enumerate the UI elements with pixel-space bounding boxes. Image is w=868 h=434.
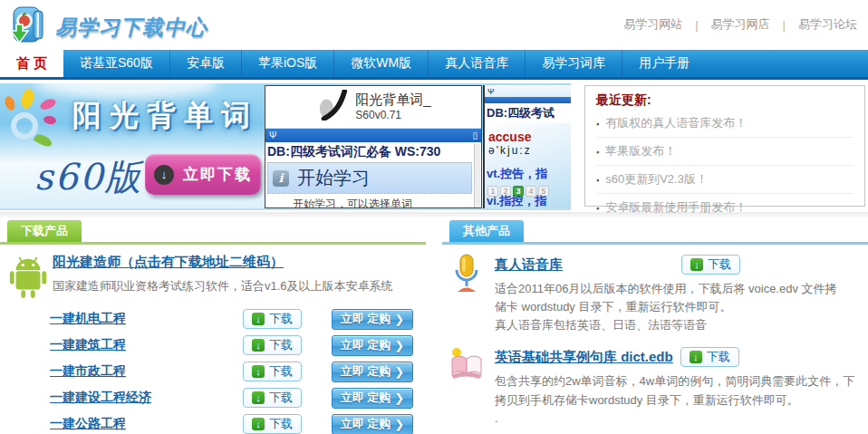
phone2-phonetic: ə'kju:z (485, 144, 571, 157)
info-icon: i (273, 170, 289, 187)
download-row-link[interactable]: 一建建筑工程 (50, 337, 243, 353)
order-now-button[interactable]: 立即 定购 ❯ (332, 309, 413, 330)
download-arrow-icon: ↓ (252, 313, 265, 325)
logo[interactable]: 易学习下载中心 (7, 4, 207, 51)
download-arrow-icon: ↓ (252, 391, 265, 404)
download-row-link[interactable]: 一建建设工程经济 (50, 390, 243, 406)
downloads-column: 下载产品 (0, 220, 426, 434)
bullet-icon: ▪ (596, 148, 599, 157)
main-nav: 首 页 诺基亚S60版 安卓版 苹果iOS版 微软WM版 真人语音库 易学习词库… (0, 50, 868, 80)
download-row: 一建市政工程 ↓ 下载 立即 定购 ❯ (50, 362, 426, 381)
phone2-meaning-vt: vt.控告，指 (485, 157, 571, 182)
download-row-link[interactable]: 一建市政工程 (50, 363, 243, 380)
other-product-link[interactable]: 英语基础共享例句库 dict.edb (495, 349, 673, 366)
download-button[interactable]: ↓ 下载 (243, 362, 302, 381)
download-arrow-icon: ↓ (154, 165, 174, 185)
phone2-titlebar (485, 97, 571, 103)
other-product-description: 适合2011年06月以后版本的软件使用，下载后将 voice.edv 文件拷 储… (495, 280, 868, 334)
update-item[interactable]: ▪ s60更新到V2.3版！ (596, 166, 854, 194)
update-item[interactable]: ▪ 苹果版发布！ (596, 138, 854, 166)
nav-tab-wm[interactable]: 微软WM版 (334, 50, 429, 77)
download-arrow-icon: ↓ (252, 365, 265, 378)
product-block: 阳光建造师（点击有下载地址二维码） 国家建造师职业资格考试练习软件，适合v1.6… (7, 254, 426, 303)
nav-tab-android[interactable]: 安卓版 (170, 50, 242, 77)
phone1-header: 阳光背单词_ S60v0.71 (265, 86, 481, 129)
download-button[interactable]: ↓ 下载 (243, 309, 302, 329)
phone1-menu-hint: 开始学习，可以选择单词 (265, 194, 481, 208)
downloads-section-line (0, 242, 426, 245)
flower-logo-icon (2, 89, 60, 159)
banner-edition: s60版 (34, 152, 142, 202)
phone1-db-line: DB:四级考试词汇必备 WS:730 (265, 142, 481, 161)
microphone-icon (449, 254, 484, 297)
phone1-selected-menu[interactable]: i 开始学习 (267, 162, 472, 194)
order-now-button[interactable]: 立即 定购 ❯ (332, 388, 413, 409)
top-link-store[interactable]: 易学习网店 (711, 16, 770, 33)
other-product: 英语基础共享例句库 dict.edb ↓ 下载 包含共享的约2w单词音标，4w单… (449, 346, 868, 427)
phone1-statusbar: Ψ ▯ (265, 129, 481, 142)
antenna-icon: Ψ (269, 130, 276, 140)
download-row: 一建建筑工程 ↓ 下载 立即 定购 ❯ (50, 335, 426, 355)
chevron-right-icon: ❯ (394, 313, 404, 326)
order-now-button[interactable]: 立即 定购 ❯ (332, 414, 413, 434)
chevron-right-icon: ❯ (394, 339, 404, 352)
antenna-icon: Ψ (487, 87, 495, 96)
bullet-icon: ▪ (596, 120, 599, 129)
other-product: 真人语音库 ↓ 下载 适合2011年06月以后版本的软件使用，下载后将 voic… (449, 254, 868, 334)
others-column: 其他产品 真人语音库 ↓ (442, 220, 868, 434)
other-product-description: 包含共享的约2w单词音标，4w单词的例句，简明词典需要此文件，下 拷贝到手机存储… (495, 372, 868, 427)
download-arrow-icon: ↓ (252, 418, 265, 430)
download-button[interactable]: ↓ 下载 (243, 335, 302, 355)
nav-tab-dict[interactable]: 易学习词库 (526, 50, 622, 77)
product-description: 国家建造师职业资格考试练习软件，适合v1.6及以上版本安卓系统 (53, 278, 426, 294)
nav-tab-home[interactable]: 首 页 (0, 50, 63, 77)
top-link-website[interactable]: 易学习网站 (623, 16, 682, 33)
order-now-button[interactable]: 立即 定购 ❯ (332, 362, 413, 382)
product-link[interactable]: 阳光建造师（点击有下载地址二维码） (53, 254, 284, 271)
update-item[interactable]: ▪ 安卓版最新使用手册发布！ (596, 194, 854, 221)
others-section-line (442, 242, 868, 245)
chevron-right-icon: ❯ (394, 418, 404, 431)
top-link-forum[interactable]: 易学习论坛 (798, 16, 857, 33)
download-button[interactable]: ↓ 下载 (243, 388, 302, 408)
downloads-section-tab: 下载产品 (7, 220, 82, 242)
download-button[interactable]: ↓ 下载 (680, 347, 739, 367)
main-content: 下载产品 (0, 220, 868, 429)
chevron-right-icon: ❯ (394, 391, 404, 405)
download-button[interactable]: ↓ 下载 (681, 255, 740, 275)
bullet-icon: ▪ (596, 204, 599, 213)
download-button[interactable]: ↓ 下载 (243, 414, 302, 434)
order-now-button[interactable]: 立即 定购 ❯ (332, 335, 413, 356)
open-book-icon (449, 346, 484, 384)
banner-download-button[interactable]: ↓ 立即下载 (145, 154, 261, 195)
download-arrow-icon: ↓ (690, 258, 703, 271)
chevron-right-icon: ❯ (394, 365, 404, 379)
battery-icon: ▯ (472, 130, 477, 140)
nav-tab-manual[interactable]: 用户手册 (622, 50, 706, 77)
update-item[interactable]: ▪ 有版权的真人语音库发布！ (596, 110, 854, 138)
top-links: 易学习网站 | 易学习网店 | 易学习论坛 (623, 16, 857, 33)
phone-screenshot-2: Ψ DB:四级考试 accuse ə'kju:z vt.控告，指 1 2 3 4… (483, 85, 571, 208)
download-arrow-icon: ↓ (690, 351, 702, 363)
banner: 阳光背单词 s60版 ↓ 立即下载 阳光背单词_ S60v0.71 (0, 83, 868, 210)
app-logo-icon (315, 90, 350, 124)
link-separator: | (783, 18, 786, 32)
download-row: 一建公路工程 ↓ 下载 立即 定购 ❯ (50, 414, 426, 434)
banner-title: 阳光背单词 (72, 96, 258, 136)
nav-tab-s60[interactable]: 诺基亚S60版 (63, 50, 170, 77)
nav-tab-ios[interactable]: 苹果iOS版 (242, 50, 334, 77)
others-section-tab: 其他产品 (449, 220, 524, 242)
backpack-download-icon (7, 4, 49, 51)
download-row-link[interactable]: 一建机电工程 (50, 311, 243, 327)
download-row-link[interactable]: 一建公路工程 (50, 416, 243, 432)
phone1-app-title: 阳光背单词_ S60v0.71 (355, 92, 430, 122)
updates-title: 最近更新: (596, 92, 854, 110)
site-title: 易学习下载中心 (55, 14, 207, 42)
phone1-scrollbar[interactable] (474, 144, 480, 208)
phone-screenshot-1: 阳光背单词_ S60v0.71 Ψ ▯ DB:四级考试词汇必备 WS:730 i… (265, 85, 482, 208)
link-separator: | (695, 18, 698, 32)
other-product-link[interactable]: 真人语音库 (495, 256, 674, 274)
nav-tab-voice[interactable]: 真人语音库 (429, 50, 526, 77)
banner-download-label: 立即下载 (183, 164, 252, 185)
page: 易学习下载中心 易学习网站 | 易学习网店 | 易学习论坛 首 页 诺基亚S60… (0, 0, 868, 434)
